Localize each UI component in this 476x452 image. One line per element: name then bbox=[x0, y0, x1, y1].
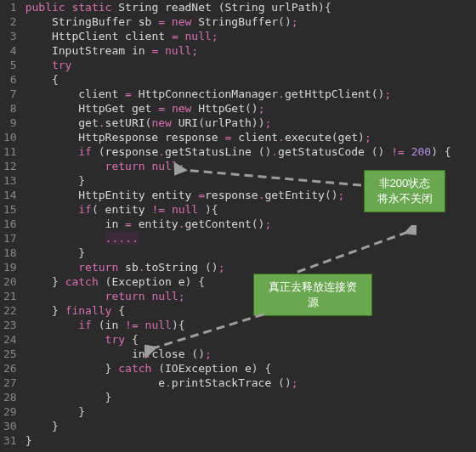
line-number: 28 bbox=[3, 390, 17, 404]
code-line: return sb.toString (); bbox=[26, 260, 476, 274]
line-number: 1 bbox=[3, 0, 17, 14]
code-line: if (in != null){ bbox=[26, 318, 476, 332]
line-number: 15 bbox=[3, 202, 17, 217]
code-line: } bbox=[26, 390, 476, 404]
line-number: 31 bbox=[3, 433, 17, 448]
code-line: try { bbox=[26, 332, 476, 347]
line-number: 18 bbox=[3, 246, 17, 260]
line-number: 11 bbox=[3, 144, 17, 159]
line-number: 20 bbox=[3, 274, 17, 289]
line-number: 4 bbox=[3, 43, 17, 58]
line-number: 29 bbox=[3, 404, 17, 419]
line-number: 2 bbox=[3, 14, 17, 29]
code-line: StringBuffer sb = new StringBuffer(); bbox=[26, 14, 476, 29]
code-line: client = HttpConnectionManager.getHttpCl… bbox=[26, 87, 476, 101]
line-number: 22 bbox=[3, 303, 17, 318]
code-line: if (response.getStatusLine ().getStatusC… bbox=[26, 144, 476, 159]
code-line: } finally { bbox=[26, 303, 476, 318]
code-line: } bbox=[26, 419, 476, 433]
line-number: 13 bbox=[3, 173, 17, 188]
line-number: 30 bbox=[3, 419, 17, 433]
code-line: } bbox=[26, 246, 476, 260]
code-line: public static String readNet (String url… bbox=[26, 0, 476, 14]
line-number: 14 bbox=[3, 188, 17, 202]
code-line: { bbox=[26, 72, 476, 87]
code-line: } catch (IOException e) { bbox=[26, 361, 476, 376]
line-number: 25 bbox=[3, 347, 17, 361]
code-line: HttpGet get = new HttpGet(); bbox=[26, 101, 476, 116]
annotation-non-200: 非200状态 将永不关闭 bbox=[364, 170, 445, 212]
code-line: e.printStackTrace (); bbox=[26, 376, 476, 390]
code-line: } bbox=[26, 404, 476, 419]
line-number: 3 bbox=[3, 29, 17, 43]
line-number: 24 bbox=[3, 332, 17, 347]
line-number: 26 bbox=[3, 361, 17, 376]
code-line: try bbox=[26, 58, 476, 72]
line-number: 27 bbox=[3, 376, 17, 390]
line-number: 5 bbox=[3, 58, 17, 72]
line-number: 8 bbox=[3, 101, 17, 116]
line-number: 6 bbox=[3, 72, 17, 87]
code-line: } catch (Exception e) { bbox=[26, 274, 476, 289]
code-line: HttpClient client = null; bbox=[26, 29, 476, 43]
line-number-gutter: 1234567891011121314151617181920212223242… bbox=[0, 0, 24, 448]
annotation-text: 真正去释放连接资 bbox=[261, 280, 365, 295]
line-number: 9 bbox=[3, 116, 17, 130]
line-number: 16 bbox=[3, 217, 17, 231]
annotation-text: 源 bbox=[261, 295, 365, 310]
annotation-text: 将永不关闭 bbox=[371, 191, 438, 206]
annotation-text: 非200状态 bbox=[371, 176, 438, 191]
code-line: get.setURI(new URI(urlPath)); bbox=[26, 116, 476, 130]
code-line: } bbox=[26, 433, 476, 448]
line-number: 12 bbox=[3, 159, 17, 173]
line-number: 7 bbox=[3, 87, 17, 101]
code-line: ..... bbox=[26, 231, 476, 246]
code-editor: 1234567891011121314151617181920212223242… bbox=[0, 0, 476, 448]
code-line: HttpResponse response = client.execute(g… bbox=[26, 130, 476, 144]
code-line: in.close (); bbox=[26, 347, 476, 361]
annotation-release-resource: 真正去释放连接资 源 bbox=[253, 274, 372, 316]
line-number: 19 bbox=[3, 260, 17, 274]
line-number: 23 bbox=[3, 318, 17, 332]
code-line: return null; bbox=[26, 289, 476, 303]
line-number: 21 bbox=[3, 289, 17, 303]
code-line: InputStream in = null; bbox=[26, 43, 476, 58]
code-area: public static String readNet (String url… bbox=[24, 0, 476, 448]
line-number: 17 bbox=[3, 231, 17, 246]
line-number: 10 bbox=[3, 130, 17, 144]
code-line: in = entity.getContent(); bbox=[26, 217, 476, 231]
